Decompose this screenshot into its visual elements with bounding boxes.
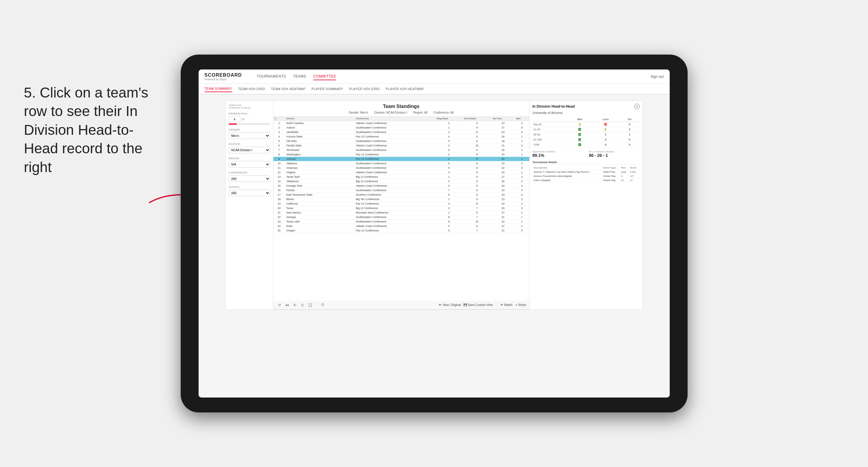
table-row[interactable]: 14 Oklahoma Big 12 Conference 2 9 26 2	[273, 179, 529, 184]
col-pos: Pos	[620, 166, 629, 170]
table-row[interactable]: 3 Vanderbilt Southeastern Conference 2 8…	[273, 130, 529, 134]
sub-nav-team-h2h-heatmap[interactable]: TEAM H2H HEATMAP	[271, 86, 306, 92]
nav-item-teams[interactable]: TEAMS	[293, 73, 306, 80]
h2h-panel: In Division Head-to-Head ✕ University of…	[529, 101, 643, 310]
table-row[interactable]: 11 Arkansas Southeastern Conference 6 8 …	[273, 166, 529, 170]
region-label: Region	[229, 157, 270, 160]
h2h-close-button[interactable]: ✕	[634, 104, 640, 109]
watch-label: Watch	[504, 303, 513, 307]
col-conference: Conference	[354, 116, 435, 121]
app-toolbar: ↺ ⏮ ↻ ⎘ 📋 ⏱ 👁 View: Original	[273, 301, 529, 310]
nav-item-tournaments[interactable]: TOURNAMENTS	[257, 73, 286, 80]
conference-select[interactable]: (All)	[229, 175, 270, 182]
table-row[interactable]: 20 Texas Big 12 Conference 3 7 20 0	[273, 206, 529, 211]
view-original-button[interactable]: 👁 View: Original	[439, 303, 461, 307]
sub-nav-player-h2h-heatmap[interactable]: PLAYER H2H HEATMAP	[385, 86, 424, 92]
table-row[interactable]: 10 Alabama Southeastern Conference 5 8 2…	[273, 161, 529, 166]
col-tournament: Tournament	[532, 166, 602, 170]
save-custom-label: Save Custom View	[468, 303, 493, 307]
school-label: School	[229, 186, 270, 188]
conference-label: Conference	[229, 171, 270, 174]
school-select[interactable]: (All)	[229, 190, 270, 196]
sidebar: Update time: 27/03/2024 16:56:26 Minimum…	[226, 101, 273, 310]
table-row[interactable]: 24 Duke Atlantic Coast Conference 5 9 27…	[273, 224, 529, 228]
table-row[interactable]: 7 Tennessee Southeastern Conference 4 6 …	[273, 148, 529, 152]
tablet-frame: SCOREBOARD Powered by clippd TOURNAMENTS…	[181, 55, 688, 412]
update-time: Update time: 27/03/2024 16:56:26	[229, 104, 270, 109]
tournament-row: Jackson T. Stephens Cup Men's Match-Play…	[532, 170, 640, 174]
table-row[interactable]: 18 Illinois Big Ten Conference 1 9 23 3	[273, 197, 529, 201]
table-row[interactable]: 12 Virginia Atlantic Coast Conference 3 …	[273, 170, 529, 175]
logo-area: SCOREBOARD Powered by clippd	[205, 72, 242, 81]
sub-nav-team-h2h-grid[interactable]: TEAM H2H GRID	[238, 86, 265, 92]
h2h-row: Top 10 3 13 0	[532, 122, 640, 127]
sub-nav-player-h2h-grid[interactable]: PLAYER H2H GRID	[349, 86, 380, 92]
h2h-record-table: Win Loss Tie Top 10 3 13 0 11-25 11 8 0 …	[532, 117, 640, 147]
h2h-tournaments-title: Tournament details	[532, 161, 640, 165]
tournament-row: Arizona Thunderbirds Intercollegiate Str…	[532, 174, 640, 178]
table-row[interactable]: 19 California Pac-12 Conference 4 8 24 2	[273, 201, 529, 206]
undo-button[interactable]: ↺	[276, 302, 282, 308]
annotation-text: 5. Click on a team's row to see their In…	[24, 84, 149, 177]
logo-text: SCOREBOARD	[205, 72, 242, 78]
step-back-button[interactable]: ⏮	[284, 302, 290, 308]
h2h-opponents-val: 99.1%	[532, 153, 583, 158]
region-section: Region N/A	[229, 157, 270, 167]
table-row[interactable]: 6 Florida State Atlantic Coast Conferenc…	[273, 144, 529, 148]
table-row[interactable]: 5 Ole Miss Southeastern Conference 3 6 1…	[273, 139, 529, 144]
table-area: Team Standings Gender: Men's Division: N…	[273, 101, 529, 310]
save-custom-button[interactable]: 💾 Save Custom View	[463, 303, 493, 307]
division-select[interactable]: NCAA Division I NCAA Division II NCAA Di…	[229, 147, 270, 153]
toolbar-right: 👁 View: Original 💾 Save Custom View 👁	[439, 303, 526, 307]
table-row[interactable]: 4 Arizona State Pac-12 Conference 4 6 26…	[273, 134, 529, 139]
sub-nav-team-summary[interactable]: TEAM SUMMARY	[205, 86, 232, 92]
h2h-header: In Division Head-to-Head ✕	[532, 104, 640, 109]
h2h-record-stat: W-L-T record in-division: 86 - 26 - 1	[589, 150, 640, 158]
gender-label: Gender	[229, 128, 270, 131]
gender-select[interactable]: Men's Women's	[229, 132, 270, 139]
app-frame: Update time: 27/03/2024 16:56:26 Minimum…	[225, 100, 643, 310]
table-row[interactable]: 15 Georgia Tech Atlantic Coast Conferenc…	[273, 184, 529, 188]
region-select[interactable]: N/A	[229, 161, 270, 167]
division-label: Division	[229, 143, 270, 146]
nav-items: TOURNAMENTS TEAMS COMMITTEE	[257, 73, 641, 80]
table-row[interactable]: 22 Georgia Southeastern Conference 8 7 2…	[273, 215, 529, 219]
sign-out-link[interactable]: Sign out	[650, 74, 663, 79]
table-row[interactable]: 21 New Mexico Mountain West Conference 1…	[273, 211, 529, 215]
table-row[interactable]: 2 Auburn Southeastern Conference 1 9 27 …	[273, 126, 529, 130]
table-row[interactable]: 9 Arizona Pac-12 Conference 5 8 30 1	[273, 157, 529, 161]
nav-item-committee[interactable]: COMMITTEE	[313, 73, 336, 80]
school-section: School (All)	[229, 186, 270, 196]
h2h-record-label: W-L-T record in-division:	[589, 150, 640, 153]
table-row[interactable]: 23 Texas A&M Southeastern Conference 9 1…	[273, 219, 529, 224]
table-row[interactable]: 13 Texas Tech Big 12 Conference 1 9 27 2	[273, 175, 529, 179]
sub-nav-player-summary[interactable]: PLAYER SUMMARY	[312, 86, 343, 92]
h2h-col-tie: Tie	[620, 117, 639, 122]
table-row[interactable]: 8 Washington Pac-12 Conference 2 8 23 1	[273, 152, 529, 157]
redo-button[interactable]: ↻	[292, 302, 298, 308]
logo-sub: Powered by clippd	[205, 78, 242, 81]
h2h-col-label	[532, 117, 568, 122]
table-header-section: Team Standings Gender: Men's Division: N…	[273, 101, 529, 116]
col-event-type: Event Type	[602, 166, 620, 170]
clock-button[interactable]: ⏱	[320, 302, 326, 308]
h2h-title: In Division Head-to-Head	[532, 104, 575, 108]
table-title: Team Standings	[278, 104, 525, 109]
min-rounds-input[interactable]	[229, 116, 241, 122]
sub-nav: TEAM SUMMARY TEAM H2H GRID TEAM H2H HEAT…	[198, 84, 670, 95]
conference-section: Conference (All)	[229, 171, 270, 182]
h2h-stats: Opponents in division: 99.1% W-L-T recor…	[532, 150, 640, 158]
h2h-row: 26-50 25 2 1	[532, 132, 640, 137]
division-section: Division NCAA Division I NCAA Division I…	[229, 143, 270, 153]
table-row[interactable]: 16 Florida Southeastern Conference 7 9 2…	[273, 188, 529, 193]
watch-button[interactable]: 👁 Watch	[500, 303, 513, 307]
copy-button[interactable]: ⎘	[300, 302, 306, 308]
table-row[interactable]: 17 East Tennessee State Southern Confere…	[273, 193, 529, 197]
min-rounds-slider[interactable]	[229, 123, 270, 125]
table-row[interactable]: 25 Oregon Pac-12 Conference 5 7 21 0	[273, 228, 529, 233]
h2h-col-loss: Loss	[592, 117, 620, 122]
table-row[interactable]: 1 North Carolina Atlantic Coast Conferen…	[273, 121, 529, 126]
paste-button[interactable]: 📋	[307, 302, 313, 308]
h2h-col-win: Win	[568, 117, 592, 122]
share-button[interactable]: ↗ Share	[515, 303, 526, 307]
